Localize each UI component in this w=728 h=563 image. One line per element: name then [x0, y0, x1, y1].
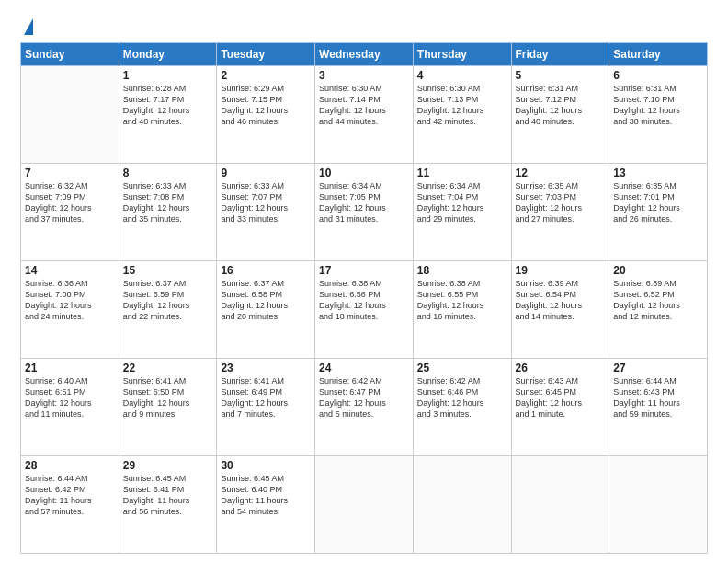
- logo-triangle-icon: [24, 18, 33, 35]
- calendar-cell: 16Sunrise: 6:37 AMSunset: 6:58 PMDayligh…: [217, 261, 315, 359]
- day-number: 28: [25, 459, 115, 472]
- weekday-header-saturday: Saturday: [609, 43, 708, 66]
- calendar-cell: 2Sunrise: 6:29 AMSunset: 7:15 PMDaylight…: [217, 66, 315, 164]
- calendar-cell: 9Sunrise: 6:33 AMSunset: 7:07 PMDaylight…: [217, 164, 315, 261]
- calendar-cell: 1Sunrise: 6:28 AMSunset: 7:17 PMDaylight…: [119, 66, 217, 164]
- calendar-cell: 10Sunrise: 6:34 AMSunset: 7:05 PMDayligh…: [315, 164, 414, 261]
- calendar-cell: 25Sunrise: 6:42 AMSunset: 6:46 PMDayligh…: [413, 359, 511, 456]
- calendar-cell: [413, 456, 511, 554]
- day-info: Sunrise: 6:30 AMSunset: 7:13 PMDaylight:…: [417, 83, 507, 128]
- day-info: Sunrise: 6:45 AMSunset: 6:41 PMDaylight:…: [123, 473, 213, 518]
- day-info: Sunrise: 6:32 AMSunset: 7:09 PMDaylight:…: [25, 180, 115, 225]
- day-number: 20: [613, 264, 703, 277]
- day-number: 11: [417, 167, 507, 179]
- day-info: Sunrise: 6:44 AMSunset: 6:43 PMDaylight:…: [613, 375, 703, 420]
- day-number: 4: [417, 69, 507, 82]
- day-info: Sunrise: 6:37 AMSunset: 6:58 PMDaylight:…: [221, 278, 311, 323]
- day-number: 7: [25, 167, 115, 179]
- day-number: 25: [417, 362, 507, 374]
- day-number: 30: [221, 459, 311, 472]
- day-number: 13: [613, 167, 703, 179]
- calendar-cell: 8Sunrise: 6:33 AMSunset: 7:08 PMDaylight…: [119, 164, 217, 261]
- day-number: 6: [613, 69, 703, 82]
- day-info: Sunrise: 6:40 AMSunset: 6:51 PMDaylight:…: [25, 375, 115, 420]
- calendar-cell: 3Sunrise: 6:30 AMSunset: 7:14 PMDaylight…: [315, 66, 414, 164]
- day-number: 12: [516, 167, 606, 179]
- calendar-cell: 28Sunrise: 6:44 AMSunset: 6:42 PMDayligh…: [21, 456, 119, 554]
- calendar-cell: 24Sunrise: 6:42 AMSunset: 6:47 PMDayligh…: [315, 359, 414, 456]
- day-number: 19: [516, 264, 606, 277]
- day-info: Sunrise: 6:33 AMSunset: 7:08 PMDaylight:…: [123, 180, 213, 225]
- day-number: 29: [123, 459, 213, 472]
- calendar-cell: 12Sunrise: 6:35 AMSunset: 7:03 PMDayligh…: [511, 164, 609, 261]
- day-number: 17: [319, 264, 409, 277]
- weekday-header-monday: Monday: [119, 43, 217, 66]
- calendar-cell: 22Sunrise: 6:41 AMSunset: 6:50 PMDayligh…: [119, 359, 217, 456]
- calendar-week-3: 21Sunrise: 6:40 AMSunset: 6:51 PMDayligh…: [21, 359, 708, 456]
- day-info: Sunrise: 6:37 AMSunset: 6:59 PMDaylight:…: [123, 278, 213, 323]
- calendar-cell: 13Sunrise: 6:35 AMSunset: 7:01 PMDayligh…: [609, 164, 708, 261]
- day-info: Sunrise: 6:34 AMSunset: 7:04 PMDaylight:…: [417, 180, 507, 225]
- day-info: Sunrise: 6:38 AMSunset: 6:56 PMDaylight:…: [319, 278, 409, 323]
- day-info: Sunrise: 6:38 AMSunset: 6:55 PMDaylight:…: [417, 278, 507, 323]
- day-number: 26: [516, 362, 606, 374]
- day-info: Sunrise: 6:42 AMSunset: 6:46 PMDaylight:…: [417, 375, 507, 420]
- calendar-cell: 6Sunrise: 6:31 AMSunset: 7:10 PMDaylight…: [609, 66, 708, 164]
- day-info: Sunrise: 6:28 AMSunset: 7:17 PMDaylight:…: [123, 83, 213, 128]
- day-info: Sunrise: 6:43 AMSunset: 6:45 PMDaylight:…: [516, 375, 606, 420]
- calendar-table: SundayMondayTuesdayWednesdayThursdayFrid…: [20, 42, 708, 554]
- day-info: Sunrise: 6:29 AMSunset: 7:15 PMDaylight:…: [221, 83, 311, 128]
- day-number: 16: [221, 264, 311, 277]
- day-info: Sunrise: 6:30 AMSunset: 7:14 PMDaylight:…: [319, 83, 409, 128]
- calendar-cell: 26Sunrise: 6:43 AMSunset: 6:45 PMDayligh…: [511, 359, 609, 456]
- day-number: 9: [221, 167, 311, 179]
- day-info: Sunrise: 6:31 AMSunset: 7:12 PMDaylight:…: [516, 83, 606, 128]
- day-info: Sunrise: 6:45 AMSunset: 6:40 PMDaylight:…: [221, 473, 311, 518]
- calendar-cell: 30Sunrise: 6:45 AMSunset: 6:40 PMDayligh…: [217, 456, 315, 554]
- day-number: 5: [516, 69, 606, 82]
- calendar-cell: [315, 456, 414, 554]
- day-number: 8: [123, 167, 213, 179]
- day-number: 27: [613, 362, 703, 374]
- day-info: Sunrise: 6:41 AMSunset: 6:49 PMDaylight:…: [221, 375, 311, 420]
- day-info: Sunrise: 6:34 AMSunset: 7:05 PMDaylight:…: [319, 180, 409, 225]
- day-number: 14: [25, 264, 115, 277]
- calendar-cell: 18Sunrise: 6:38 AMSunset: 6:55 PMDayligh…: [413, 261, 511, 359]
- day-number: 3: [319, 69, 409, 82]
- calendar-cell: 29Sunrise: 6:45 AMSunset: 6:41 PMDayligh…: [119, 456, 217, 554]
- calendar-cell: 27Sunrise: 6:44 AMSunset: 6:43 PMDayligh…: [609, 359, 708, 456]
- calendar-week-1: 7Sunrise: 6:32 AMSunset: 7:09 PMDaylight…: [21, 164, 708, 261]
- day-number: 24: [319, 362, 409, 374]
- day-number: 15: [123, 264, 213, 277]
- logo: [20, 17, 33, 35]
- calendar-cell: 5Sunrise: 6:31 AMSunset: 7:12 PMDaylight…: [511, 66, 609, 164]
- calendar-cell: [609, 456, 708, 554]
- day-info: Sunrise: 6:33 AMSunset: 7:07 PMDaylight:…: [221, 180, 311, 225]
- day-info: Sunrise: 6:36 AMSunset: 7:00 PMDaylight:…: [25, 278, 115, 323]
- calendar-week-4: 28Sunrise: 6:44 AMSunset: 6:42 PMDayligh…: [21, 456, 708, 554]
- calendar-cell: 7Sunrise: 6:32 AMSunset: 7:09 PMDaylight…: [21, 164, 119, 261]
- day-number: 22: [123, 362, 213, 374]
- day-number: 1: [123, 69, 213, 82]
- weekday-header-thursday: Thursday: [413, 43, 511, 66]
- day-number: 18: [417, 264, 507, 277]
- day-info: Sunrise: 6:39 AMSunset: 6:52 PMDaylight:…: [613, 278, 703, 323]
- day-info: Sunrise: 6:31 AMSunset: 7:10 PMDaylight:…: [613, 83, 703, 128]
- day-number: 2: [221, 69, 311, 82]
- weekday-header-row: SundayMondayTuesdayWednesdayThursdayFrid…: [21, 43, 708, 66]
- day-info: Sunrise: 6:42 AMSunset: 6:47 PMDaylight:…: [319, 375, 409, 420]
- day-number: 23: [221, 362, 311, 374]
- header: [20, 17, 708, 35]
- calendar-cell: 20Sunrise: 6:39 AMSunset: 6:52 PMDayligh…: [609, 261, 708, 359]
- day-info: Sunrise: 6:39 AMSunset: 6:54 PMDaylight:…: [516, 278, 606, 323]
- day-number: 10: [319, 167, 409, 179]
- calendar-week-2: 14Sunrise: 6:36 AMSunset: 7:00 PMDayligh…: [21, 261, 708, 359]
- weekday-header-wednesday: Wednesday: [315, 43, 414, 66]
- calendar-cell: 21Sunrise: 6:40 AMSunset: 6:51 PMDayligh…: [21, 359, 119, 456]
- day-info: Sunrise: 6:35 AMSunset: 7:03 PMDaylight:…: [516, 180, 606, 225]
- day-info: Sunrise: 6:44 AMSunset: 6:42 PMDaylight:…: [25, 473, 115, 518]
- calendar-cell: 17Sunrise: 6:38 AMSunset: 6:56 PMDayligh…: [315, 261, 414, 359]
- weekday-header-sunday: Sunday: [21, 43, 119, 66]
- calendar-cell: 14Sunrise: 6:36 AMSunset: 7:00 PMDayligh…: [21, 261, 119, 359]
- calendar-cell: 15Sunrise: 6:37 AMSunset: 6:59 PMDayligh…: [119, 261, 217, 359]
